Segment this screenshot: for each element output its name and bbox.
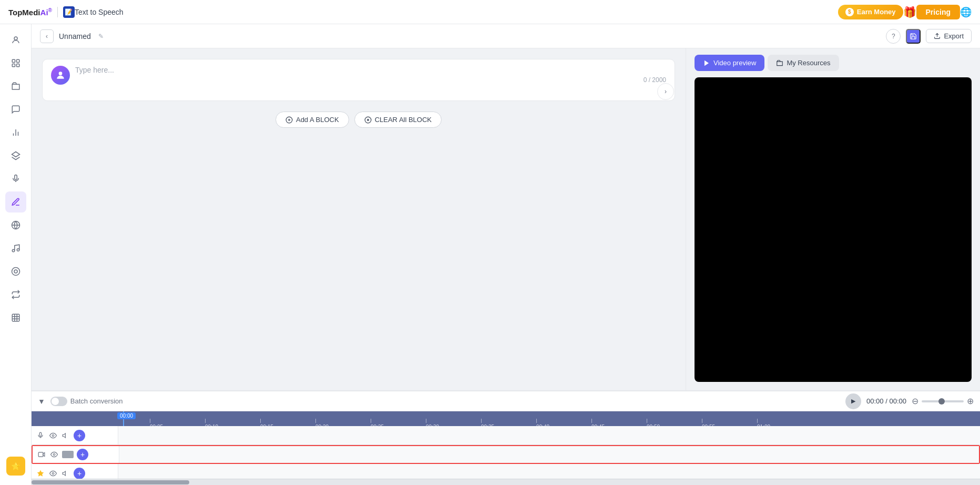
sidebar-item-layers[interactable] [5, 145, 26, 166]
char-count: 0 / 2000 [644, 76, 666, 84]
ruler-mark-3: 00:15 [260, 419, 273, 426]
track-content-mic [118, 426, 980, 444]
track-eye-icon-3[interactable] [48, 469, 58, 478]
clear-block-button[interactable]: CLEAR All BLOCK [354, 112, 442, 128]
earn-money-label: Earn Money [857, 8, 896, 16]
sidebar-item-loop[interactable] [5, 284, 26, 305]
track-row-video: + [32, 445, 980, 464]
track-controls-video: + [33, 446, 119, 463]
edit-project-name-icon[interactable]: ✎ [98, 33, 104, 40]
pricing-button[interactable]: Pricing [916, 5, 960, 19]
track-video-icon[interactable] [37, 450, 46, 459]
text-placeholder: Type here... [75, 66, 666, 74]
avatar-img [51, 66, 70, 85]
logo-area: TopMediAi® [8, 7, 52, 17]
editor-panel: Type here... 0 / 2000 Add A BLOCK CLEAR … [32, 48, 686, 390]
track-eye-icon-2[interactable] [49, 450, 59, 459]
sidebar-item-pencil[interactable] [5, 191, 26, 213]
timeline-ruler: 00:00 00:05 00:10 00:15 00:20 00:25 00:3… [32, 411, 980, 426]
ruler-mark-5: 00:25 [371, 419, 384, 426]
time-display: 00:00 / 00:00 [866, 397, 906, 405]
work-area: Type here... 0 / 2000 Add A BLOCK CLEAR … [32, 48, 980, 390]
coin-icon: $ [845, 8, 854, 16]
ruler-mark-8: 00:40 [536, 419, 549, 426]
track-add-button-3[interactable]: + [74, 468, 85, 479]
app-layout: ⭐ ‹ Unnamed ✎ ? Export [0, 0, 980, 485]
gift-button[interactable]: 🎁 [903, 6, 916, 18]
globe-button[interactable]: 🌐 [960, 6, 972, 18]
ruler-mark-2: 00:10 [205, 419, 218, 426]
svg-point-15 [14, 270, 17, 273]
top-nav: TopMediAi® 📝 Text to Speech $ Earn Money… [0, 0, 980, 24]
project-name: Unnamed [59, 32, 91, 41]
svg-marker-33 [63, 433, 65, 437]
svg-rect-3 [12, 64, 15, 67]
sidebar-item-comment[interactable] [5, 99, 26, 120]
svg-point-38 [52, 472, 54, 474]
zoom-handle[interactable] [938, 398, 945, 405]
svg-point-36 [53, 453, 55, 456]
timeline-collapse-button[interactable]: ▼ [38, 397, 45, 406]
nav-app-name: Text to Speech [75, 8, 124, 16]
save-button[interactable] [906, 29, 921, 44]
ruler-mark-7: 00:35 [481, 419, 494, 426]
track-star-icon[interactable] [36, 469, 45, 478]
ruler-mark-10: 00:50 [647, 419, 660, 426]
zoom-out-button[interactable]: ⊖ [912, 396, 918, 406]
expand-panel-button[interactable]: › [657, 83, 674, 100]
add-block-label: Add A BLOCK [296, 116, 339, 124]
ruler-mark-11: 00:55 [702, 419, 715, 426]
track-add-button-1[interactable]: + [74, 430, 85, 441]
tab-video-preview[interactable]: Video preview [695, 55, 764, 71]
earn-money-button[interactable]: $ Earn Money [838, 5, 903, 19]
track-clip-thumb [62, 451, 74, 458]
sidebar-premium-button[interactable]: ⭐ [6, 457, 25, 476]
track-row-audio: + [32, 464, 980, 479]
svg-point-22 [59, 72, 63, 75]
track-eye-icon-1[interactable] [48, 431, 58, 440]
sidebar-item-grid2[interactable] [5, 307, 26, 328]
svg-rect-4 [16, 64, 19, 67]
svg-marker-8 [12, 152, 19, 157]
sidebar-item-mic[interactable] [5, 168, 26, 189]
export-button[interactable]: Export [926, 29, 972, 43]
sidebar-item-user[interactable] [5, 29, 26, 50]
zoom-slider[interactable] [922, 400, 964, 402]
right-panel: Video preview My Resources [686, 48, 980, 390]
batch-toggle: Batch conversion [50, 397, 123, 406]
toolbar: ‹ Unnamed ✎ ? Export [32, 24, 980, 48]
track-row-mic: + [32, 426, 980, 445]
sidebar-item-music[interactable] [5, 238, 26, 259]
svg-rect-34 [38, 452, 43, 457]
track-add-button-2[interactable]: + [77, 449, 88, 460]
clear-block-label: CLEAR All BLOCK [375, 116, 432, 124]
zoom-in-button[interactable]: ⊕ [967, 396, 974, 406]
timeline-scrollbar[interactable] [32, 479, 980, 485]
scroll-thumb[interactable] [32, 480, 189, 484]
batch-toggle-switch[interactable] [50, 397, 67, 406]
avatar [51, 66, 70, 85]
back-button[interactable]: ‹ [40, 29, 54, 43]
svg-point-12 [12, 249, 15, 252]
ruler-mark-12: 01:00 [757, 419, 770, 426]
sidebar-item-globe[interactable] [5, 215, 26, 236]
sidebar-item-folder[interactable] [5, 76, 26, 97]
play-button[interactable]: ▶ [845, 393, 861, 409]
help-button[interactable]: ? [886, 29, 901, 44]
toolbar-right: ? Export [886, 29, 972, 44]
svg-rect-30 [39, 432, 42, 436]
svg-point-13 [17, 249, 19, 251]
track-speaker-icon-1[interactable] [61, 431, 70, 440]
add-block-button[interactable]: Add A BLOCK [275, 112, 349, 128]
total-time: 00:00 [889, 397, 906, 405]
svg-rect-9 [14, 175, 17, 180]
sidebar-item-chart[interactable] [5, 122, 26, 143]
svg-marker-39 [63, 471, 65, 475]
track-speaker-icon-3[interactable] [61, 469, 70, 478]
track-controls-mic: + [32, 426, 118, 444]
tab-my-resources[interactable]: My Resources [768, 55, 839, 71]
sidebar-item-circle[interactable] [5, 261, 26, 282]
sidebar-item-grid[interactable] [5, 53, 26, 74]
track-mic-icon[interactable] [36, 431, 45, 440]
text-input-area[interactable]: Type here... 0 / 2000 [75, 66, 666, 84]
